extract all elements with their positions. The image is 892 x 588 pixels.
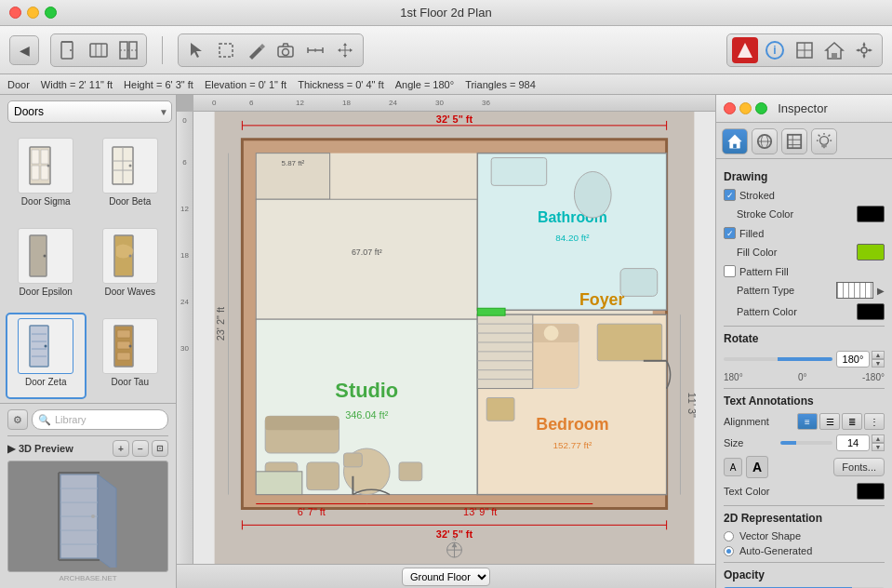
floor-plan[interactable]: 32' 5" ft 11' 2" ft 23' 2" ft 11' 3" 5.8… — [193, 112, 715, 564]
door-icon-2 — [88, 40, 109, 60]
settings-button[interactable] — [851, 37, 877, 63]
filled-checkbox[interactable]: ✓ — [724, 227, 736, 239]
door-tool-2[interactable] — [86, 37, 112, 63]
view-house-button[interactable] — [821, 37, 847, 63]
door-item-zeta[interactable]: Door Zeta — [6, 313, 87, 399]
category-dropdown[interactable]: Doors Windows Furniture Stairs — [7, 100, 172, 123]
rotate-step-up[interactable]: ▲ — [872, 351, 885, 359]
pattern-color-swatch[interactable] — [857, 303, 885, 320]
rotate-slider[interactable] — [724, 357, 832, 361]
ruler-tick-12: 12 — [296, 99, 304, 107]
inspector-tab-house[interactable] — [722, 128, 748, 154]
fonts-button[interactable]: Fonts... — [833, 458, 885, 476]
repr-2d-title: 2D Representation — [724, 512, 885, 525]
svg-point-90 — [574, 171, 611, 218]
rotate-min-label: 180° — [724, 372, 743, 382]
search-box[interactable]: 🔍 Library — [32, 409, 168, 430]
door-item-epsilon[interactable]: Door Epsilon — [6, 222, 87, 309]
inspector-tab-sphere[interactable] — [752, 128, 778, 154]
svg-point-111 — [544, 326, 559, 341]
inspector-max-button[interactable] — [755, 102, 767, 114]
svg-text:6' 7" ft: 6' 7" ft — [298, 506, 326, 517]
auto-generated-radio[interactable] — [724, 546, 734, 556]
pattern-type-arrow[interactable]: ▶ — [877, 286, 885, 296]
door-item-tau[interactable]: Door Tau — [90, 313, 171, 399]
ruler-left-tick-30: 30 — [180, 344, 189, 353]
door-waves-svg — [107, 233, 153, 279]
ruler-tick-18: 18 — [342, 99, 351, 107]
svg-marker-18 — [738, 43, 752, 58]
minimize-button[interactable] — [27, 7, 39, 19]
svg-rect-31 — [32, 166, 39, 180]
door-tool-3[interactable] — [115, 37, 141, 63]
align-justify-button[interactable]: ⋮ — [864, 413, 885, 430]
size-slider[interactable] — [780, 441, 833, 445]
svg-rect-143 — [788, 135, 801, 148]
vector-shape-radio[interactable] — [724, 531, 734, 541]
zoom-fit-button[interactable]: ⊡ — [152, 440, 168, 457]
select-tool[interactable] — [213, 37, 239, 63]
drawing-section-title: Drawing — [724, 170, 885, 183]
rotate-slider-row: 180° ▲ ▼ — [724, 351, 885, 368]
triangle-icon: ▶ — [7, 443, 15, 455]
svg-point-3 — [70, 49, 72, 51]
text-small-button[interactable]: A — [724, 458, 742, 476]
pan-tool[interactable] — [332, 37, 358, 63]
vector-shape-row: Vector Shape — [724, 530, 885, 541]
floor-selector[interactable]: Ground Floor 1st Floor 2nd Floor — [402, 568, 490, 586]
rotate-step-down[interactable]: ▼ — [872, 359, 885, 368]
size-step-down[interactable]: ▼ — [872, 443, 885, 451]
info-button[interactable]: i — [762, 37, 788, 63]
inspector-tab-light[interactable] — [811, 128, 837, 154]
stroke-color-swatch[interactable] — [857, 206, 885, 222]
back-button[interactable]: ◀ — [9, 35, 39, 65]
rotate-labels: 180° 0° -180° — [724, 372, 885, 382]
alignment-buttons: ≡ ☰ ≣ ⋮ — [797, 413, 885, 430]
inspector-min-button[interactable] — [739, 102, 752, 114]
text-large-button[interactable]: A — [746, 456, 768, 478]
inspector-header: Inspector — [716, 95, 892, 123]
fill-color-swatch[interactable] — [857, 244, 885, 261]
pattern-fill-checkbox[interactable] — [724, 265, 736, 277]
door-grid: Door Sigma Door Beta — [0, 128, 176, 403]
camera-tool[interactable] — [273, 37, 299, 63]
door-icon-zeta — [18, 318, 73, 374]
svg-rect-104 — [256, 472, 302, 495]
house-view-icon — [824, 40, 845, 60]
align-left-button[interactable]: ≡ — [797, 413, 818, 430]
zoom-out-button[interactable]: − — [132, 440, 149, 457]
draw-tool[interactable] — [243, 37, 269, 63]
inspector-close-button[interactable] — [724, 102, 736, 114]
canvas-area[interactable]: 0 6 12 18 24 30 36 0 6 12 18 24 30 — [177, 95, 715, 588]
door-sigma-svg — [22, 142, 69, 189]
view-2d-button[interactable] — [792, 37, 818, 63]
align-center-button[interactable]: ☰ — [819, 413, 840, 430]
door-item-sigma[interactable]: Door Sigma — [6, 132, 87, 219]
statusbar: Door Width = 2' 11" ft Height = 6' 3" ft… — [0, 74, 892, 95]
sidebar-header: Doors Windows Furniture Stairs ▼ — [0, 95, 176, 128]
cursor-tool[interactable] — [183, 37, 209, 63]
archbase-logo-btn[interactable] — [732, 37, 758, 63]
svg-rect-25 — [832, 53, 837, 59]
measure-tool[interactable] — [302, 37, 328, 63]
ruler-left-tick-12: 12 — [180, 205, 189, 213]
maximize-button[interactable] — [45, 7, 57, 19]
door-item-waves[interactable]: Door Waves — [90, 222, 171, 309]
settings-small-button[interactable]: ⚙ — [7, 409, 28, 430]
pattern-type-preview[interactable] — [836, 282, 873, 299]
ruler-tick-24: 24 — [389, 99, 397, 107]
inspector-window-controls — [724, 102, 767, 114]
align-right-button[interactable]: ≣ — [842, 413, 862, 430]
ruler-left-tick-0: 0 — [182, 116, 186, 125]
close-button[interactable] — [9, 7, 21, 19]
door-tool-1[interactable] — [56, 37, 82, 63]
svg-rect-100 — [307, 462, 339, 490]
stroked-checkbox[interactable]: ✓ — [724, 189, 736, 201]
zoom-in-button[interactable]: + — [113, 440, 129, 457]
ruler-left-tick-18: 18 — [180, 251, 189, 260]
text-color-swatch[interactable] — [857, 483, 885, 500]
size-step-up[interactable]: ▲ — [872, 434, 885, 443]
cursor-icon — [187, 41, 206, 60]
inspector-tab-texture[interactable] — [781, 128, 807, 154]
door-item-beta[interactable]: Door Beta — [90, 132, 171, 219]
